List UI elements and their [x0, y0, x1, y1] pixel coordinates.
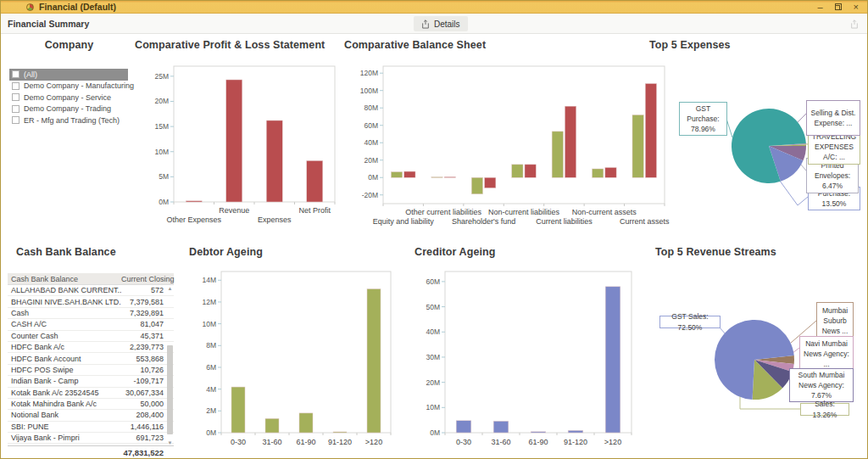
- svg-text:20M: 20M: [426, 378, 440, 387]
- account-name: Vijaya Bank - Pimpri: [8, 434, 121, 442]
- titlebar[interactable]: Financial (Default) – ×: [1, 1, 867, 14]
- company-item[interactable]: Demo Company - Service: [9, 92, 128, 104]
- table-row[interactable]: HDFC POS Swipe10,726: [8, 365, 174, 376]
- pie-callout[interactable]: South Mumbai News Agency: 7.67%: [789, 368, 854, 402]
- svg-text:0-30: 0-30: [456, 438, 471, 446]
- table-scrollbar[interactable]: ▲ ▼: [166, 286, 174, 445]
- checkbox[interactable]: [12, 116, 19, 124]
- company-item-label: Demo Company - Service: [24, 93, 111, 102]
- debtor-chart[interactable]: 0M2M4M6M8M10M12M14M0-3031-6061-9091-120>…: [192, 266, 398, 455]
- table-row[interactable]: Counter Cash45,371: [8, 331, 174, 342]
- svg-text:4M: 4M: [206, 385, 216, 394]
- account-name: HDFC POS Swipe: [8, 366, 121, 374]
- details-label: Details: [434, 20, 460, 29]
- company-item-label: (All): [24, 70, 37, 79]
- total-value: 47,831,522: [121, 448, 174, 457]
- breadcrumb: Financial Summary: [8, 19, 89, 29]
- expenses-panel: Top 5 Expenses GST Purchase: 78.96% Sell…: [645, 39, 865, 239]
- col-header: Cash Bank Balance: [8, 275, 121, 283]
- account-name: CASH A/C: [8, 320, 121, 328]
- svg-text:Shareholder's fund: Shareholder's fund: [452, 217, 515, 226]
- svg-text:6M: 6M: [206, 363, 216, 372]
- table-row[interactable]: Kotak Bank A/c 2352454530,067,334: [8, 388, 174, 399]
- svg-text:50M: 50M: [426, 303, 440, 311]
- pie-callout[interactable]: Mumbai Suburb News ...: [816, 302, 854, 339]
- pie-callout[interactable]: GST Sales: 72.50%: [659, 316, 721, 328]
- svg-text:Other current liabilities: Other current liabilities: [405, 208, 481, 216]
- table-row[interactable]: Notional Bank208,400: [8, 410, 174, 421]
- svg-text:10M: 10M: [154, 148, 169, 156]
- svg-text:>120: >120: [604, 438, 621, 446]
- cash-title: Cash Bank Balance: [8, 246, 177, 258]
- balance-chart[interactable]: -20M0M20M40M60M80M100M120MEquity and lia…: [354, 61, 671, 231]
- svg-text:Other Expenses: Other Expenses: [166, 216, 221, 224]
- table-row[interactable]: HDFC Bank A/c2,239,773: [8, 342, 174, 353]
- checkbox[interactable]: [12, 105, 19, 113]
- app-window: Financial (Default) – × Financial Summar…: [0, 0, 868, 459]
- account-name: Kotak Mahindra Bank A/c: [8, 400, 121, 408]
- scroll-down-icon[interactable]: ▼: [166, 440, 174, 445]
- table-row[interactable]: CASH A/C81,047: [8, 319, 174, 330]
- cash-table: Cash Bank Balance Current Closing ALLAHA…: [8, 273, 174, 459]
- account-name: HDFC Bank Account: [8, 355, 121, 363]
- checkbox[interactable]: [12, 82, 19, 90]
- company-item[interactable]: (All): [9, 69, 128, 81]
- dashboard: Company (All)Demo Company - Manufacturin…: [1, 34, 867, 458]
- window-title: Financial (Default): [39, 2, 817, 12]
- table-row[interactable]: Kotak Mahindra Bank A/c50,000: [8, 399, 174, 410]
- company-list: (All)Demo Company - ManufacturingDemo Co…: [9, 69, 128, 126]
- svg-text:14M: 14M: [202, 276, 216, 284]
- svg-text:Revenue: Revenue: [219, 206, 249, 215]
- table-row[interactable]: ALLAHABAD BANK CURRENT...572: [8, 285, 174, 296]
- share-icon: [421, 20, 430, 29]
- svg-text:Net Profit: Net Profit: [298, 206, 331, 215]
- restore-icon[interactable]: [835, 3, 842, 10]
- col-header: Current Closing: [121, 275, 174, 283]
- company-item[interactable]: ER - Mfg and Trading (Tech): [9, 115, 128, 126]
- details-button[interactable]: Details: [414, 16, 468, 31]
- account-name: Kotak Bank A/c 23524545: [8, 389, 121, 397]
- svg-text:31-60: 31-60: [491, 438, 510, 446]
- account-name: SBI: PUNE: [8, 423, 121, 431]
- pnl-panel: Comparative Profit & Loss Statement 0M5M…: [135, 39, 344, 239]
- svg-text:80M: 80M: [364, 104, 378, 112]
- account-name: Notional Bank: [8, 411, 121, 419]
- debtor-panel: Debtor Ageing 0M2M4M6M8M10M12M14M0-3031-…: [187, 246, 399, 458]
- svg-text:0-30: 0-30: [231, 438, 246, 446]
- table-row[interactable]: Vijaya Bank - Pimpri691,723: [8, 433, 174, 444]
- svg-text:0M: 0M: [206, 428, 216, 437]
- creditor-chart[interactable]: 0M10M20M30M40M50M60M0-3031-6061-9091-120…: [416, 266, 638, 455]
- table-row[interactable]: BHAGINI NIVE.SAH.BANK LTD.7,379,581: [8, 296, 174, 307]
- pie-callout[interactable]: Navi Mumbai News Agency: ...: [799, 336, 854, 372]
- pie-callout[interactable]: Sales: 13.26%: [800, 403, 849, 416]
- minimize-icon[interactable]: –: [817, 2, 822, 13]
- scroll-thumb[interactable]: [167, 345, 173, 434]
- revenue-panel: Top 5 Revenue Streams GST Sales: 72.50% …: [645, 246, 865, 458]
- company-item[interactable]: Demo Company - Trading: [9, 104, 128, 115]
- checkbox[interactable]: [12, 93, 19, 101]
- close-icon[interactable]: ×: [854, 2, 859, 13]
- svg-text:-20M: -20M: [362, 191, 378, 199]
- table-row[interactable]: Indian Bank - Camp-109,717: [8, 376, 174, 387]
- scroll-up-icon[interactable]: ▲: [166, 286, 174, 291]
- pie-callout[interactable]: Selling & Dist. Expense: ...: [806, 100, 860, 136]
- pnl-chart[interactable]: 0M5M10M15M20M25MOther ExpensesRevenueExp…: [145, 61, 342, 229]
- company-item[interactable]: Demo Company - Manufacturing: [9, 81, 128, 92]
- svg-text:20M: 20M: [154, 97, 169, 105]
- svg-text:0M: 0M: [368, 173, 378, 182]
- balance-title: Comparative Balance Sheet: [344, 39, 670, 51]
- table-total-row: 47,831,522: [8, 445, 174, 459]
- svg-text:2M: 2M: [206, 406, 216, 415]
- svg-text:100M: 100M: [360, 87, 378, 95]
- toolbar: Financial Summary Details: [1, 14, 867, 34]
- checkbox[interactable]: [12, 70, 19, 78]
- table-row[interactable]: SBI: PUNE1,446,116: [8, 422, 174, 433]
- account-name: ALLAHABAD BANK CURRENT...: [8, 286, 121, 294]
- pie-callout[interactable]: GST Purchase: 78.96%: [679, 102, 727, 136]
- export-icon[interactable]: [850, 17, 859, 32]
- pnl-title: Comparative Profit & Loss Statement: [135, 39, 344, 51]
- company-title: Company: [8, 39, 131, 51]
- table-row[interactable]: HDFC Bank Account553,868: [8, 353, 174, 364]
- svg-text:30M: 30M: [426, 353, 440, 361]
- table-row[interactable]: Cash7,329,891: [8, 308, 174, 319]
